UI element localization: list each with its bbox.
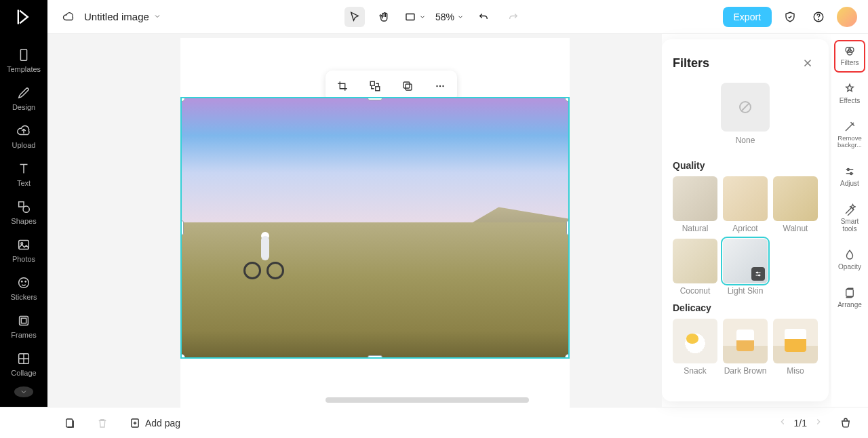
- rail-label: Templates: [7, 65, 41, 73]
- hand-tool[interactable]: [374, 7, 395, 27]
- zoom-dropdown[interactable]: 58%: [435, 12, 464, 22]
- resize-handle-br[interactable]: [565, 354, 570, 359]
- page-indicator: 1/1: [778, 417, 823, 429]
- filter-miso[interactable]: Miso: [773, 319, 818, 376]
- prev-page-button[interactable]: [778, 417, 787, 429]
- resize-handle-bl[interactable]: [180, 354, 185, 359]
- filter-coconut[interactable]: Coconut: [673, 239, 717, 296]
- undo-button[interactable]: [473, 7, 494, 27]
- filter-none[interactable]: [721, 83, 770, 132]
- rail-upload[interactable]: Upload: [3, 121, 44, 152]
- document-title[interactable]: Untitled image: [84, 11, 149, 22]
- crop-button[interactable]: [332, 76, 353, 96]
- filter-apricot[interactable]: Apricot: [723, 176, 768, 233]
- right-rail-arrange[interactable]: Arrange: [835, 283, 865, 314]
- rail-label: Shapes: [11, 217, 36, 225]
- svg-point-10: [25, 281, 26, 281]
- svg-point-2: [818, 19, 819, 20]
- cart-icon[interactable]: [835, 413, 856, 433]
- resize-handle-top[interactable]: [368, 97, 382, 100]
- svg-rect-11: [20, 317, 28, 325]
- cloud-sync-icon[interactable]: [58, 7, 79, 27]
- filter-snack[interactable]: Snack: [673, 319, 717, 376]
- resize-handle-tr[interactable]: [565, 97, 570, 102]
- delete-page-button[interactable]: [92, 413, 113, 433]
- right-rail: Filters Effects Remove backgr... Adjust …: [831, 34, 868, 407]
- rail-collage[interactable]: Collage: [3, 349, 44, 380]
- panel-title: Filters: [673, 56, 709, 71]
- resize-handle-left[interactable]: [180, 220, 184, 235]
- svg-rect-12: [21, 318, 26, 323]
- right-rail-opacity[interactable]: Opacity: [835, 245, 865, 276]
- rail-templates[interactable]: Templates: [3, 45, 44, 76]
- svg-point-9: [22, 281, 22, 281]
- right-rail-label: Filters: [840, 59, 859, 66]
- svg-point-19: [439, 85, 441, 87]
- filter-none-label: None: [736, 136, 755, 145]
- filter-adjust-icon[interactable]: [751, 267, 765, 281]
- filter-label: Natural: [682, 224, 709, 233]
- resize-aspect-dropdown[interactable]: [404, 11, 426, 23]
- canvas-area[interactable]: [47, 34, 662, 407]
- rail-text[interactable]: Text: [3, 159, 44, 190]
- avatar[interactable]: [837, 7, 857, 27]
- filter-natural[interactable]: Natural: [673, 176, 717, 233]
- close-panel-button[interactable]: [797, 53, 818, 73]
- right-rail-filters[interactable]: Filters: [835, 41, 865, 72]
- app-logo[interactable]: [0, 0, 47, 34]
- rail-label: Collage: [11, 369, 36, 377]
- selected-image[interactable]: [180, 97, 570, 359]
- rail-stickers[interactable]: Stickers: [3, 273, 44, 304]
- svg-rect-14: [370, 81, 374, 85]
- more-options-button[interactable]: [430, 76, 450, 96]
- svg-rect-30: [66, 419, 73, 427]
- svg-point-20: [442, 85, 443, 87]
- right-rail-remove-bg[interactable]: Remove backgr...: [835, 117, 865, 155]
- filter-label: Miso: [787, 366, 804, 376]
- svg-rect-0: [406, 14, 414, 20]
- rail-label: Photos: [12, 255, 35, 263]
- zoom-value: 58%: [435, 12, 454, 22]
- svg-rect-3: [20, 49, 26, 61]
- rail-shapes[interactable]: Shapes: [3, 197, 44, 228]
- pointer-tool[interactable]: [344, 7, 365, 27]
- help-icon[interactable]: [808, 7, 829, 27]
- rail-label: Design: [12, 103, 35, 111]
- export-button[interactable]: Export: [723, 7, 772, 27]
- topbar-center: 58%: [344, 7, 524, 27]
- right-rail-smart-tools[interactable]: Smart tools: [835, 199, 865, 238]
- title-menu-chevron-icon[interactable]: [153, 11, 161, 23]
- right-rail-effects[interactable]: Effects: [835, 79, 865, 110]
- replace-button[interactable]: [365, 76, 385, 96]
- shield-icon[interactable]: [780, 7, 800, 27]
- rail-photos[interactable]: Photos: [3, 235, 44, 266]
- redo-button[interactable]: [503, 7, 524, 27]
- filter-label: Apricot: [732, 224, 757, 233]
- svg-point-23: [759, 275, 760, 276]
- duplicate-button[interactable]: [397, 76, 418, 96]
- resize-handle-bottom[interactable]: [368, 355, 382, 359]
- filter-dark-brown[interactable]: Dark Brown: [723, 319, 768, 376]
- right-rail-label: Smart tools: [835, 218, 865, 233]
- filter-label: Coconut: [680, 286, 711, 296]
- filter-light-skin[interactable]: Light Skin: [723, 239, 768, 296]
- rail-frames[interactable]: Frames: [3, 311, 44, 342]
- resize-handle-right[interactable]: [566, 220, 570, 235]
- add-page-label: Add page: [145, 418, 186, 429]
- filter-walnut[interactable]: Walnut: [773, 176, 818, 233]
- svg-rect-4: [19, 202, 24, 207]
- svg-point-8: [19, 278, 29, 288]
- right-rail-label: Arrange: [837, 301, 862, 308]
- svg-point-18: [436, 85, 437, 87]
- rail-label: Frames: [11, 331, 36, 339]
- filters-panel: Filters None Quality Natural Apricot Wal…: [662, 39, 829, 401]
- horizontal-scrollbar[interactable]: [326, 397, 529, 403]
- topbar: Untitled image 58% Export: [0, 0, 868, 34]
- next-page-button[interactable]: [814, 417, 823, 429]
- right-rail-adjust[interactable]: Adjust: [835, 161, 865, 193]
- svg-rect-16: [403, 82, 410, 88]
- filter-label: Snack: [684, 366, 706, 376]
- rail-design[interactable]: Design: [3, 83, 44, 114]
- rail-more-icon[interactable]: [14, 386, 33, 397]
- pages-overview-button[interactable]: [60, 413, 80, 433]
